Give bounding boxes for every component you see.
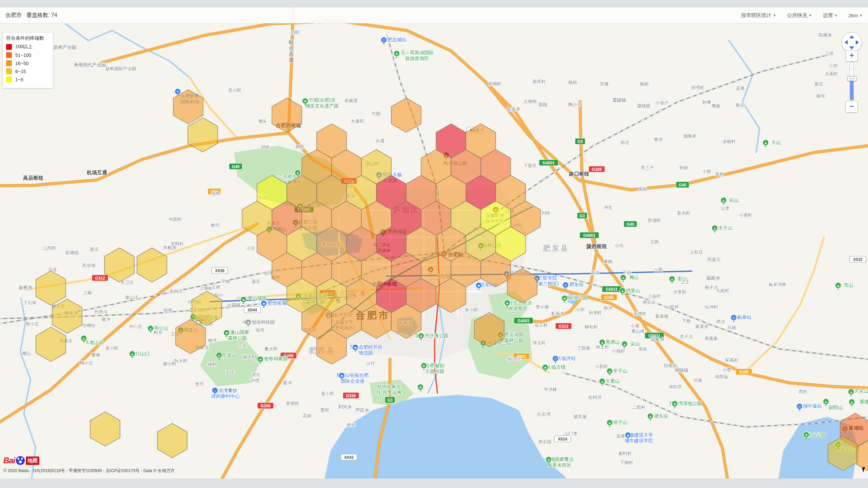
map-label-v: 胡岗 [261,144,270,149]
map-label-g: 朝阳山 [828,405,843,410]
pan-control[interactable] [842,32,862,53]
map-label-v: 新庄 [90,247,99,252]
zoom-out-button[interactable]: − [846,101,858,113]
road-badge-text: G329 [592,167,602,172]
map-label-v: 丁陈鲁 [577,346,591,351]
coverage-value: 74 [51,12,57,18]
tree-icon-glyph: ♣ [420,334,422,338]
mouse-cursor [862,467,868,473]
road-badge-text: G40 [232,164,240,169]
pan-down-icon[interactable] [849,46,854,49]
city-name: 合肥市 [5,12,22,19]
chevron-down-icon: ▾ [809,13,811,18]
map-label-v: 后张村 [589,310,602,315]
map-label-v: 新庄 [591,270,599,275]
road-badge-text: G3 [387,398,393,403]
map-label-v: 东傅村 [633,311,647,316]
map-label-v: 青山傅 [631,329,645,334]
tree-icon-glyph: ♣ [297,171,299,175]
legend-item: 51~100 [6,52,50,58]
pan-up-icon[interactable] [849,35,854,38]
map-label-v: 孙滩 [702,100,711,105]
pan-left-icon[interactable] [845,40,848,45]
map-label-v: 上份叶 [648,294,661,299]
map-label-v: 军高村 [725,358,738,363]
map-label-v: 小龚村 [739,212,752,218]
map-label-v: 小周 [653,267,663,272]
map-label-t: 马湖乡 [818,33,832,38]
map-label-v: 双塘拐 [65,250,79,255]
map-label-v: 黄时村 [618,451,632,456]
menu-operation[interactable]: 运营▾ [823,12,837,19]
toolbar: 合肥市 覆盖格数: 74 按市辖区统计▾公共快充▾运营▾2km▾ [0,7,868,23]
map-label-g: 陀龙山 [222,352,236,358]
map-label-v: 凌山洼 [125,295,138,300]
map-label-v: 王岗 [650,239,659,244]
map-label-v: 竹园 [372,111,380,116]
bottom-window-strip [0,479,868,488]
map-label-v: 周郢 [295,144,304,149]
mtn-icon-glyph: ▲ [713,226,716,230]
tree-icon-glyph: ♣ [423,364,425,368]
map-label-v: 小张户 [655,100,669,105]
map-label-v: 姚湾 [208,338,217,343]
map-label-v: 新庄 [814,81,823,86]
toolbar-menus: 按市辖区统计▾公共快充▾运营▾2km▾ [741,12,862,19]
road-badge-text: X024 [558,437,567,442]
map-label-v: 孙冲 [604,305,612,310]
legend-label: 16~50 [15,61,28,66]
mtn-icon-glyph: ▲ [849,390,853,394]
map-label-g: 羊子山 [613,368,627,373]
pan-right-icon[interactable] [856,40,859,45]
legend-swatch [6,68,12,74]
bldg-icon-glyph: ■ [627,433,629,437]
map-label-v: 下岗 [221,279,230,284]
map-label-v: 孙马圩 [508,357,521,362]
map-label-v: 平洴林 [544,387,557,392]
map-canvas[interactable]: G40G40G40G4001G4001G4001G4001G3G3G3G5011… [0,0,868,488]
map-label-v: 红石湾 [537,412,551,417]
map-label-v: 杏子洼 [680,334,693,339]
bldg-icon-glyph: ■ [354,346,356,349]
map-label-v: 孙岗 [679,165,688,170]
map-label-v: 赤杨村 [723,139,736,144]
mtn-icon-glyph: ▲ [217,353,221,357]
mtn-icon-glyph: ▲ [670,277,674,281]
map-label-v: 梁桃园 [637,103,650,108]
road-badge-text: G40 [627,222,634,227]
map-label-v: 基塘拐 [286,401,299,406]
map-label-v: 小郭村 [595,364,608,369]
menu-statistic-mode[interactable]: 按市辖区统计▾ [741,12,776,19]
tree-icon-glyph: ♣ [225,331,228,335]
map-label-g: 尖山 [630,341,640,346]
map-label-v: 王岗 [212,284,220,289]
map-label-v: 柏乡 [153,330,162,335]
map-label-v: 曹郢 [320,408,329,413]
road-badge-text: S105 [739,370,749,374]
map-label-v: 新庄 [252,279,260,284]
road-badge-text: G312 [95,276,105,281]
mtn-icon-glyph: ▲ [850,400,853,404]
baidu-maps-logo[interactable]: Bai 地图 [3,456,175,465]
menu-charge-type[interactable]: 公共快充▾ [787,12,811,19]
zoom-in-button[interactable]: + [846,50,858,62]
menu-radius[interactable]: 2km▾ [848,13,862,18]
zoom-slider-handle[interactable] [847,76,857,81]
zoom-slider[interactable] [850,62,854,100]
map-label-v: 大浦 [375,138,384,143]
map-label-v: 书房郢 [169,217,182,222]
map-label-v: 张湾 [255,328,264,333]
map-label-v: 稻塘郢 [488,81,501,86]
road-badge-text: G4001 [542,161,555,165]
map-label-g: 梅山 [629,274,639,280]
map-label-v: 顾小庄 [80,360,93,365]
map-label-v: 看塘 [91,352,100,358]
map-label-v: 上塘岗 [199,286,213,291]
map-label-v: 马岗 [727,325,736,330]
tree-icon-glyph: ♣ [242,298,245,302]
baidu-logo-text: Bai [3,456,15,465]
map-label-j: 陇西枢纽 [587,243,607,249]
tree-icon-glyph: ♣ [544,366,547,369]
map-label-g: 行山口 [135,351,150,356]
map-label-v: 靳庄 [736,103,745,108]
